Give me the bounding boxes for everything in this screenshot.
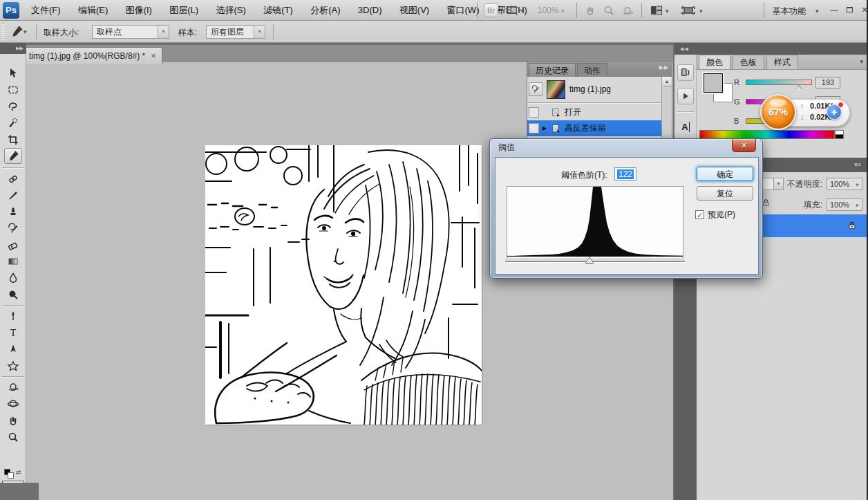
eraser-tool[interactable]: [4, 237, 22, 252]
workspace-switcher[interactable]: 基本功能: [773, 6, 806, 17]
launch-bridge-icon[interactable]: [507, 3, 519, 17]
reset-button[interactable]: 复位: [697, 186, 753, 201]
marquee-tool[interactable]: [4, 82, 22, 98]
threshold-slider-handle[interactable]: [585, 257, 594, 263]
tool-preset-arrow[interactable]: ▾: [23, 28, 27, 35]
menu-layer[interactable]: 图层(L): [162, 0, 206, 21]
tab-styles[interactable]: 样式: [766, 55, 798, 69]
zoom-tool[interactable]: [4, 429, 22, 445]
fill-dropdown-arrow[interactable]: ▸: [856, 202, 859, 208]
document-canvas[interactable]: [205, 145, 482, 425]
scroll-up-icon[interactable]: ▲: [662, 77, 672, 86]
preview-checkbox[interactable]: ✓: [695, 210, 704, 219]
history-step-checkbox[interactable]: [529, 107, 539, 118]
menu-image[interactable]: 图像(I): [118, 0, 160, 21]
dialog-close-button[interactable]: ✕: [732, 139, 756, 152]
sample-size-dropdown[interactable]: 取样点 ▾: [92, 25, 169, 39]
green-channel-label: G: [734, 98, 742, 106]
pen-icon: [7, 310, 19, 322]
tab-color[interactable]: 颜色: [699, 55, 730, 69]
brush-tool[interactable]: [4, 187, 22, 203]
3d-rotate-tool[interactable]: [4, 379, 22, 395]
swap-colors-icon[interactable]: ⇄: [16, 469, 21, 476]
color-foreground-swatch[interactable]: [704, 73, 723, 93]
menu-edit[interactable]: 编辑(E): [70, 0, 115, 21]
custom-shape-tool[interactable]: [4, 358, 22, 373]
hand-tool[interactable]: [4, 412, 22, 428]
eyedropper-tool[interactable]: [4, 148, 22, 164]
sample-label: 样本:: [178, 27, 197, 39]
history-step-checkbox[interactable]: [529, 123, 539, 133]
spot-healing-tool[interactable]: [4, 170, 22, 186]
minimize-button[interactable]: —: [828, 5, 840, 16]
screen-mode-icon[interactable]: [681, 3, 696, 17]
color-panel-menu-icon[interactable]: ▾: [860, 58, 863, 65]
menu-window[interactable]: 窗口(W): [440, 0, 487, 21]
options-grip[interactable]: [1, 24, 5, 40]
threshold-level-input[interactable]: 122: [614, 167, 636, 180]
workspace-dropdown-arrow[interactable]: ▾: [815, 8, 819, 15]
tools-collapse-header[interactable]: ▶▶: [0, 43, 26, 54]
dialog-title: 阈值: [498, 142, 515, 154]
bridge-button[interactable]: Br: [484, 3, 498, 17]
history-panel-button[interactable]: [677, 64, 694, 81]
menubar-separator: [477, 3, 478, 18]
history-state-icon: [551, 124, 561, 133]
dock-collapse-header[interactable]: ◀◀: [674, 43, 868, 55]
move-tool[interactable]: [4, 65, 22, 81]
crop-tool[interactable]: [4, 131, 22, 147]
gradient-tool[interactable]: [4, 253, 22, 269]
zoom-level-value[interactable]: 100%: [538, 6, 559, 15]
opacity-field[interactable]: 100% ▸: [827, 178, 862, 190]
progress-ball[interactable]: 67%: [760, 94, 796, 130]
history-step-open[interactable]: 打开: [527, 104, 662, 120]
sample-size-dropdown-arrow[interactable]: ▾: [158, 26, 169, 38]
tab-swatches[interactable]: 色板: [733, 55, 764, 69]
bridge-dropdown-arrow[interactable]: ▾: [521, 8, 525, 15]
document-tab[interactable]: timg (1).jpg @ 100%(RGB/8#) * ×: [23, 47, 162, 64]
fill-field[interactable]: 100% ▸: [827, 198, 862, 211]
history-brush-tool[interactable]: [4, 220, 22, 236]
ok-button[interactable]: 确定: [697, 167, 753, 181]
lasso-icon: [7, 100, 19, 113]
default-colors-control[interactable]: ⇄: [4, 469, 22, 480]
menu-3d[interactable]: 3D(D): [350, 0, 390, 21]
clone-stamp-tool[interactable]: [4, 203, 22, 219]
actions-panel-button[interactable]: [677, 88, 694, 104]
restore-button[interactable]: [843, 5, 856, 16]
screen-mode-dropdown-arrow[interactable]: ▾: [699, 8, 703, 15]
red-slider[interactable]: [746, 80, 812, 85]
3d-orbit-tool[interactable]: [4, 396, 22, 411]
ramp-black-swatch[interactable]: [835, 134, 844, 139]
red-slider-marker[interactable]: [796, 86, 802, 90]
download-float-widget[interactable]: ↑ 0.01K/s ↓ 0.02K/s + 67%: [760, 94, 850, 130]
blur-tool[interactable]: [4, 270, 22, 286]
history-step-highpass[interactable]: ▶ 高反差保留: [527, 120, 662, 136]
tab-actions[interactable]: 动作: [577, 63, 607, 77]
blend-dropdown-arrow[interactable]: ▾: [773, 178, 783, 189]
path-selection-tool[interactable]: [4, 341, 22, 357]
sample-layers-dropdown-arrow[interactable]: ▾: [254, 26, 265, 38]
menu-select[interactable]: 选择(S): [209, 0, 254, 21]
pen-tool[interactable]: [4, 308, 22, 324]
character-panel-button[interactable]: A: [677, 118, 694, 135]
document-close-icon[interactable]: ×: [151, 52, 156, 60]
quick-selection-tool[interactable]: [4, 115, 22, 131]
menu-file[interactable]: 文件(F): [23, 0, 68, 21]
arrange-dropdown-arrow[interactable]: ▾: [666, 8, 669, 15]
opacity-dropdown-arrow[interactable]: ▸: [856, 181, 859, 187]
tab-history[interactable]: 历史记录: [529, 63, 576, 77]
menu-filter[interactable]: 滤镜(T): [256, 0, 301, 21]
history-panel-menu-icon[interactable]: ▶▶: [659, 64, 669, 71]
menu-analysis[interactable]: 分析(A): [303, 0, 348, 21]
sample-layers-dropdown[interactable]: 所有图层 ▾: [206, 25, 265, 39]
eyedropper-option-icon[interactable]: ▾: [10, 24, 30, 39]
arrange-documents-icon[interactable]: [650, 3, 663, 17]
red-value[interactable]: 193: [815, 77, 840, 89]
type-tool[interactable]: T: [4, 324, 22, 340]
history-snapshot-row[interactable]: timg (1).jpg: [527, 77, 662, 102]
lasso-tool[interactable]: [4, 98, 22, 114]
menu-view[interactable]: 视图(V): [392, 0, 437, 21]
dodge-tool[interactable]: [4, 286, 22, 302]
history-source-button[interactable]: [529, 82, 542, 96]
